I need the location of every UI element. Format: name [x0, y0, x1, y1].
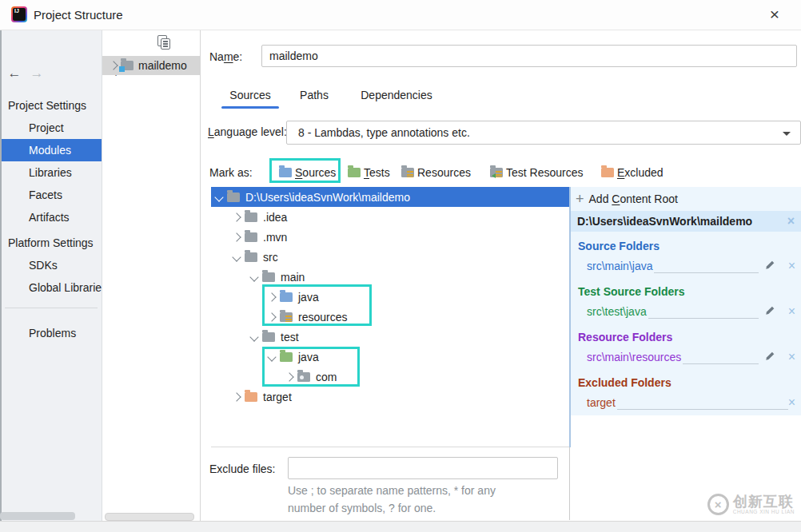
exclude-hint-line2: number of symbols, ? for one.	[288, 500, 436, 517]
back-arrow-icon[interactable]: ←	[6, 66, 22, 81]
mark-as-test-resources[interactable]: Test Resources	[490, 161, 583, 184]
chevron-down-icon[interactable]	[249, 272, 258, 281]
sidebar-item-facets[interactable]: Facets	[0, 184, 102, 206]
remove-folder-icon[interactable]: ×	[788, 260, 795, 272]
language-level-select[interactable]: 8 - Lambdas, type annotations etc.	[286, 121, 801, 145]
chevron-right-icon[interactable]	[232, 232, 241, 241]
add-content-root-button[interactable]: + Add Content Root	[571, 187, 801, 211]
folder-entry-src-main-java[interactable]: src\main\java×	[571, 256, 801, 276]
test-resource-folder-icon	[490, 168, 503, 177]
chevron-right-icon[interactable]	[267, 312, 276, 321]
forward-arrow-icon[interactable]: →	[29, 66, 45, 81]
module-list-hscrollbar[interactable]	[105, 513, 194, 521]
sidebar-hscrollbar[interactable]	[0, 512, 75, 520]
tree-row-d-users-ideasvnwork-maildemo[interactable]: D:\Users\ideaSvnWork\maildemo	[211, 187, 570, 207]
tree-item-label: D:\Users\ideaSvnWork\maildemo	[245, 191, 410, 204]
remove-folder-icon[interactable]: ×	[788, 305, 795, 318]
group-title-source-folders: Source Folders	[571, 238, 801, 254]
chevron-right-icon[interactable]	[267, 292, 276, 301]
watermark-logo-icon: ×	[707, 494, 729, 515]
mark-as-excluded[interactable]: Excluded	[601, 161, 664, 184]
chevron-down-icon[interactable]	[267, 352, 276, 361]
chevron-right-icon[interactable]	[232, 392, 241, 401]
tab-dependencies[interactable]: Dependencies	[347, 83, 446, 107]
title-bar: Project Structure ×	[0, 0, 801, 30]
folder-path: src\test\java	[587, 305, 647, 318]
exclude-files-input[interactable]	[288, 457, 558, 479]
remove-folder-icon[interactable]: ×	[788, 396, 795, 409]
folder-path: src\main\java	[587, 260, 652, 272]
module-list-item-maildemo[interactable]: maildemo	[102, 56, 201, 75]
sidebar-item-sdks[interactable]: SDKs	[0, 254, 102, 276]
remove-folder-icon[interactable]: ×	[788, 351, 795, 363]
folder-groups: Source Folderssrc\main\java×Test Source …	[571, 238, 801, 412]
mark-as-tests[interactable]: Tests	[348, 161, 390, 184]
bottom-divider	[569, 447, 570, 520]
active-tab-underline	[221, 106, 279, 109]
excluded-folder-icon	[601, 168, 614, 177]
sidebar-separator	[5, 308, 98, 308]
intellij-idea-logo-icon	[11, 6, 27, 22]
edit-pencil-icon[interactable]	[762, 305, 783, 317]
folder-entry-target[interactable]: target×	[571, 393, 801, 412]
tree-row-target[interactable]: target	[211, 387, 570, 407]
chevron-right-icon[interactable]	[232, 212, 241, 221]
tree-item-label: resources	[298, 311, 347, 324]
sidebar-section-header: Platform Settings	[0, 232, 102, 254]
close-icon[interactable]: ×	[764, 4, 785, 25]
tree-row-resources[interactable]: resources	[211, 307, 570, 327]
module-label: maildemo	[138, 59, 187, 72]
mark-as-row: SourcesTestsResourcesTest ResourcesExclu…	[0, 161, 801, 184]
group-title-excluded-folders: Excluded Folders	[571, 375, 801, 391]
sidebar-item-modules[interactable]: Modules	[0, 139, 102, 161]
tab-paths[interactable]: Paths	[289, 83, 339, 107]
folder-icon	[245, 252, 257, 262]
folder-entry-underline	[654, 260, 758, 273]
remove-content-root-icon[interactable]: ×	[787, 215, 795, 228]
tree-row-.mvn[interactable]: .mvn	[211, 227, 570, 247]
sidebar-item-problems[interactable]: Problems	[0, 322, 102, 344]
tree-row-java[interactable]: java	[211, 287, 570, 307]
chevron-right-icon[interactable]	[285, 372, 293, 381]
folder-entry-underline	[683, 351, 758, 364]
chevron-down-icon	[783, 132, 791, 136]
name-input[interactable]	[261, 45, 797, 67]
chevron-down-icon[interactable]	[214, 193, 223, 201]
tree-row-com[interactable]: com	[211, 367, 570, 387]
mark-as-resources[interactable]: Resources	[401, 161, 471, 184]
chevron-down-icon[interactable]	[249, 332, 258, 341]
test-folder-icon	[348, 168, 361, 177]
tree-row-src[interactable]: src	[211, 247, 570, 267]
excluded-folder-icon	[245, 392, 257, 402]
tree-row-.idea[interactable]: .idea	[211, 207, 570, 227]
language-level-label: Language level:	[208, 121, 287, 142]
chevron-right-icon[interactable]	[109, 61, 118, 69]
tree-row-java[interactable]: java	[211, 347, 570, 367]
folder-icon	[245, 232, 257, 242]
tree-item-label: java	[298, 351, 319, 363]
watermark-text: 创新互联	[733, 494, 795, 509]
resource-folder-icon	[280, 312, 293, 322]
sidebar-item-project[interactable]: Project	[0, 117, 102, 139]
folder-entry-src-main-resources[interactable]: src\main\resources×	[571, 347, 801, 367]
name-label: Name:	[209, 46, 242, 67]
edit-pencil-icon[interactable]	[762, 260, 783, 272]
package-folder-icon	[297, 372, 310, 382]
language-level-value: 8 - Lambdas, type annotations etc.	[298, 126, 470, 139]
module-list-panel: + − maildemo	[102, 30, 201, 521]
group-title-resource-folders: Resource Folders	[571, 329, 801, 345]
content-root-header[interactable]: D:\Users\ideaSvnWork\maildemo ×	[571, 211, 801, 232]
folder-icon	[262, 272, 275, 282]
copy-module-icon[interactable]	[161, 38, 170, 50]
tree-row-main[interactable]: main	[211, 267, 570, 287]
chevron-down-icon[interactable]	[232, 252, 241, 261]
folder-entry-src-test-java[interactable]: src\test\java×	[571, 302, 801, 321]
sidebar-item-global-libraries[interactable]: Global Libraries	[0, 276, 102, 299]
sidebar-item-artifacts[interactable]: Artifacts	[0, 206, 102, 228]
tab-sources[interactable]: Sources	[221, 83, 279, 107]
project-structure-dialog: Project Structure × ← → Project Settings…	[0, 0, 801, 532]
tree-row-test[interactable]: test	[211, 327, 570, 347]
folder-path: src\main\resources	[587, 351, 681, 363]
edit-pencil-icon[interactable]	[762, 351, 783, 363]
mark-as-sources[interactable]: Sources	[279, 161, 336, 184]
